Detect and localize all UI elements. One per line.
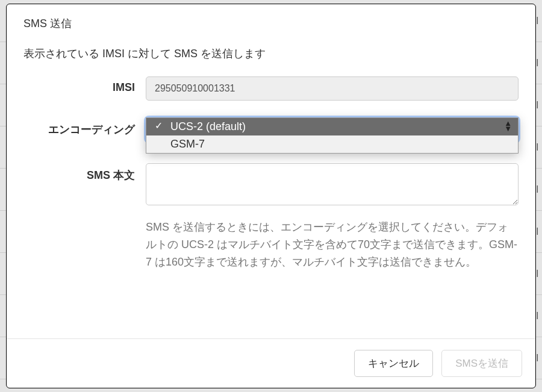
encoding-option-ucs2[interactable]: ✓ UCS-2 (default) [146, 118, 518, 135]
encoding-help-text: SMS を送信するときには、エンコーディングを選択してください。デフォルトの U… [146, 219, 519, 270]
encoding-option-gsm7[interactable]: GSM-7 [146, 135, 518, 153]
modal-footer: キャンセル SMSを送信 [7, 338, 535, 388]
encoding-dropdown-list: ✓ UCS-2 (default) GSM-7 ▲▼ [146, 117, 519, 154]
send-sms-button[interactable]: SMSを送信 [441, 350, 522, 377]
option-label: GSM-7 [170, 138, 205, 150]
option-label: UCS-2 (default) [170, 120, 246, 132]
row-imsi: IMSI 295050910001331 [23, 76, 519, 101]
cancel-button[interactable]: キャンセル [354, 350, 433, 377]
sms-send-modal: SMS 送信 表示されている IMSI に対して SMS を送信します IMSI… [6, 4, 536, 388]
imsi-label: IMSI [23, 76, 135, 94]
imsi-readonly-field: 295050910001331 [146, 76, 519, 101]
modal-description: 表示されている IMSI に対して SMS を送信します [23, 46, 519, 61]
modal-body: 表示されている IMSI に対して SMS を送信します IMSI 295050… [7, 42, 535, 338]
row-encoding: エンコーディング ✓ UCS-2 (default) GSM-7 ▲▼ [23, 117, 519, 142]
select-arrows-icon: ▲▼ [504, 120, 512, 131]
check-icon: ✓ [155, 120, 163, 131]
row-sms-body: SMS 本文 SMS を送信するときには、エンコーディングを選択してください。デ… [23, 163, 519, 270]
sms-body-textarea[interactable] [146, 163, 519, 205]
encoding-label: エンコーディング [23, 117, 135, 137]
modal-title: SMS 送信 [7, 4, 535, 42]
sms-body-label: SMS 本文 [23, 163, 135, 182]
